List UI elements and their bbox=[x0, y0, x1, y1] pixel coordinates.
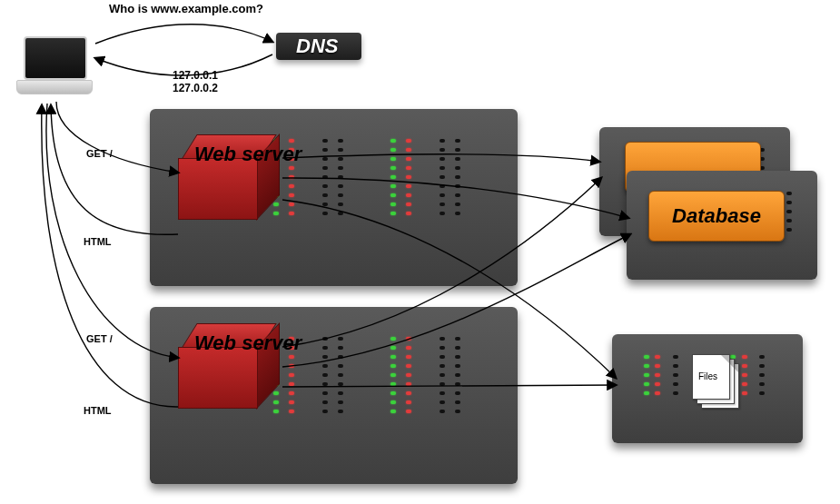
web-server-cube-2 bbox=[178, 323, 278, 410]
dns-response-label: 127.0.0.1 127.0.0.2 bbox=[173, 69, 218, 94]
dns-query-label: Who is www.example.com? bbox=[109, 2, 263, 15]
diagram-canvas: Who is www.example.com? 127.0.0.1 127.0.… bbox=[0, 0, 840, 504]
database-box-2: Database bbox=[648, 191, 785, 242]
web-server-cube-1 bbox=[178, 134, 278, 221]
response-label-2: HTML bbox=[84, 405, 112, 416]
client-laptop-icon bbox=[16, 36, 91, 100]
files-icon: Files bbox=[692, 354, 737, 407]
database-label: Database bbox=[649, 204, 784, 228]
request-label-1: GET / bbox=[86, 148, 113, 159]
arrow-client-to-dns bbox=[95, 25, 272, 44]
files-label: Files bbox=[698, 371, 717, 381]
dns-label: DNS bbox=[296, 35, 338, 58]
response-label-1: HTML bbox=[84, 236, 112, 247]
request-label-2: GET / bbox=[86, 333, 113, 344]
